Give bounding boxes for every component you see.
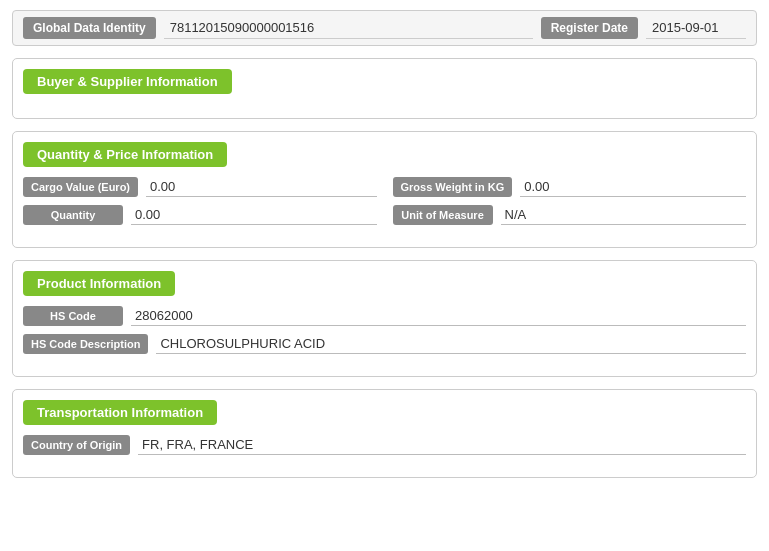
cargo-row: Cargo Value (Euro) 0.00 xyxy=(23,177,377,197)
coo-value: FR, FRA, FRANCE xyxy=(138,435,746,455)
gdi-label: Global Data Identity xyxy=(23,17,156,39)
gross-label: Gross Weight in KG xyxy=(393,177,513,197)
transportation-title: Transportation Information xyxy=(23,400,217,425)
hs-desc-row: HS Code Description CHLOROSULPHURIC ACID xyxy=(23,334,746,354)
coo-row: Country of Origin FR, FRA, FRANCE xyxy=(23,435,746,455)
page-wrapper: Global Data Identity 7811201509000000151… xyxy=(0,0,769,500)
product-section: Product Information HS Code 28062000 HS … xyxy=(12,260,757,377)
product-title: Product Information xyxy=(23,271,175,296)
quantity-label: Quantity xyxy=(23,205,123,225)
transportation-section: Transportation Information Country of Or… xyxy=(12,389,757,478)
coo-label: Country of Origin xyxy=(23,435,130,455)
quantity-row: Quantity 0.00 xyxy=(23,205,377,225)
buyer-supplier-title: Buyer & Supplier Information xyxy=(23,69,232,94)
hs-code-row: HS Code 28062000 xyxy=(23,306,746,326)
quantity-price-title: Quantity & Price Information xyxy=(23,142,227,167)
uom-value: N/A xyxy=(501,205,747,225)
register-date-value: 2015-09-01 xyxy=(646,17,746,39)
cargo-label: Cargo Value (Euro) xyxy=(23,177,138,197)
hs-desc-value: CHLOROSULPHURIC ACID xyxy=(156,334,746,354)
buyer-supplier-section: Buyer & Supplier Information xyxy=(12,58,757,119)
gross-row: Gross Weight in KG 0.00 xyxy=(393,177,747,197)
uom-row: Unit of Measure N/A xyxy=(393,205,747,225)
gross-value: 0.00 xyxy=(520,177,746,197)
hs-code-value: 28062000 xyxy=(131,306,746,326)
header-bar: Global Data Identity 7811201509000000151… xyxy=(12,10,757,46)
col-left: Cargo Value (Euro) 0.00 Quantity 0.00 xyxy=(23,177,377,233)
col-right: Gross Weight in KG 0.00 Unit of Measure … xyxy=(393,177,747,233)
register-date-label: Register Date xyxy=(541,17,638,39)
hs-desc-label: HS Code Description xyxy=(23,334,148,354)
quantity-value: 0.00 xyxy=(131,205,377,225)
cargo-value: 0.00 xyxy=(146,177,376,197)
quantity-price-section: Quantity & Price Information Cargo Value… xyxy=(12,131,757,248)
gdi-value: 78112015090000001516 xyxy=(164,17,533,39)
hs-code-label: HS Code xyxy=(23,306,123,326)
quantity-price-fields: Cargo Value (Euro) 0.00 Quantity 0.00 Gr… xyxy=(23,177,746,233)
uom-label: Unit of Measure xyxy=(393,205,493,225)
